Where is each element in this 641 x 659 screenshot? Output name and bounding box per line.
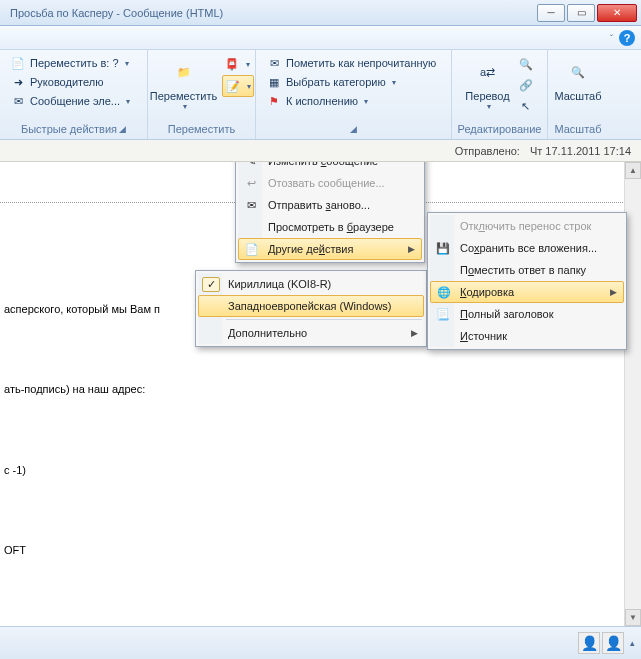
- find-icon: 🔍: [518, 56, 534, 72]
- dialog-launcher-icon[interactable]: ◢: [350, 124, 357, 134]
- menu-item-resend[interactable]: ✉ Отправить заново...: [238, 194, 422, 216]
- actions-icon: 📝: [225, 78, 241, 94]
- envelope-icon: ✉: [266, 55, 282, 71]
- scroll-up-button[interactable]: ▲: [625, 162, 641, 179]
- menu-item-cyrillic[interactable]: ✓ Кириллица (KOI8-R): [198, 273, 424, 295]
- menu-item-edit-message[interactable]: ✎ Изменить сообщение: [238, 162, 422, 172]
- people-pane-toggle-icon[interactable]: ▴: [630, 638, 635, 648]
- group-tags: ✉ Пометить как непрочитанную ▦ Выбрать к…: [256, 50, 452, 139]
- rules-button[interactable]: 📮▾: [222, 54, 254, 74]
- close-button[interactable]: ✕: [597, 4, 637, 22]
- other-actions-icon: 📄: [243, 243, 261, 256]
- group-move: 📁 Переместить ▾ 📮▾ 📝▾ Переместить: [148, 50, 256, 139]
- group-zoom: 🔍 Масштаб Масштаб: [548, 50, 608, 139]
- folder-icon: 📁: [168, 56, 200, 88]
- zoom-icon: 🔍: [562, 56, 594, 88]
- save-attachments-icon: 💾: [434, 242, 452, 255]
- menu-item-other-actions[interactable]: 📄 Другие действия ▶: [238, 238, 422, 260]
- quick-action-to-manager[interactable]: ➜ Руководителю: [6, 73, 141, 91]
- chevron-down-icon: ▾: [487, 102, 491, 111]
- menu-item-save-attachments[interactable]: 💾 Сохранить все вложения...: [430, 237, 624, 259]
- header-icon: 📃: [434, 308, 452, 321]
- label: Выбрать категорию: [286, 76, 386, 88]
- group-label: Переместить: [154, 121, 249, 137]
- related-button[interactable]: 🔗: [516, 75, 536, 95]
- people-pane-avatar[interactable]: 👤: [578, 632, 600, 654]
- encoding-menu: ✓ Кириллица (KOI8-R) Западноевропейская …: [195, 270, 427, 347]
- quick-action-label: Переместить в: ?: [30, 57, 119, 69]
- submenu-arrow-icon: ▶: [411, 328, 418, 338]
- recall-icon: ↩: [242, 177, 260, 190]
- chevron-down-icon: ▾: [392, 78, 396, 87]
- ribbon: 📄 Переместить в: ? ▾ ➜ Руководителю ✉ Со…: [0, 50, 641, 140]
- submenu-arrow-icon: ▶: [610, 287, 617, 297]
- quick-action-team-email[interactable]: ✉ Сообщение эле... ▾: [6, 92, 141, 110]
- move-to-icon: 📄: [10, 55, 26, 71]
- help-icon[interactable]: ?: [619, 30, 635, 46]
- submenu-arrow-icon: ▶: [408, 244, 415, 254]
- quick-action-label: Руководителю: [30, 76, 103, 88]
- chevron-down-icon: ▾: [126, 97, 130, 106]
- group-label: Редактирование: [458, 121, 541, 137]
- zoom-button[interactable]: 🔍 Масштаб: [553, 54, 603, 104]
- actions-dropdown-button[interactable]: 📝▾: [222, 75, 254, 97]
- maximize-button[interactable]: ▭: [567, 4, 595, 22]
- find-button[interactable]: 🔍: [516, 54, 536, 74]
- group-editing: a⇄ Перевод ▾ 🔍 🔗 ↖ Редактирование: [452, 50, 548, 139]
- mark-unread-button[interactable]: ✉ Пометить как непрочитанную: [262, 54, 445, 72]
- followup-button[interactable]: ⚑ К исполнению ▾: [262, 92, 445, 110]
- group-label: ◢: [262, 121, 445, 137]
- edit-icon: ✎: [242, 162, 260, 168]
- menu-item-put-reply[interactable]: Поместить ответ в папку: [430, 259, 624, 281]
- group-label: Масштаб: [554, 121, 602, 137]
- pointer-icon: ↖: [518, 98, 534, 114]
- move-button[interactable]: 📁 Переместить ▾: [150, 54, 218, 113]
- menu-item-view-browser[interactable]: Просмотреть в браузере: [238, 216, 422, 238]
- category-icon: ▦: [266, 74, 282, 90]
- other-actions-menu: Отключить перенос строк 💾 Сохранить все …: [427, 212, 627, 350]
- email-icon: ✉: [10, 93, 26, 109]
- chevron-down-icon: ▾: [183, 102, 187, 111]
- ribbon-toggle-icon[interactable]: ˇ: [610, 33, 613, 43]
- menu-item-encoding[interactable]: 🌐 Кодировка ▶: [430, 281, 624, 303]
- label: К исполнению: [286, 95, 358, 107]
- status-bar: 👤 👤 ▴: [0, 626, 641, 659]
- window-title: Просьба по Касперу - Сообщение (HTML): [4, 7, 535, 19]
- check-icon: ✓: [202, 277, 220, 292]
- message-body-area: асперского, который мы Вам п ать-подпись…: [0, 162, 641, 626]
- flag-icon: ⚑: [266, 93, 282, 109]
- menu-item-source[interactable]: Источник: [430, 325, 624, 347]
- chevron-down-icon: ▾: [125, 59, 129, 68]
- forward-icon: ➜: [10, 74, 26, 90]
- translate-icon: a⇄: [472, 56, 504, 88]
- encoding-icon: 🌐: [435, 286, 453, 299]
- window-buttons: ─ ▭ ✕: [535, 4, 637, 22]
- rules-icon: 📮: [224, 56, 240, 72]
- sent-value: Чт 17.11.2011 17:14: [530, 145, 631, 157]
- info-bar: Отправлено: Чт 17.11.2011 17:14: [0, 140, 641, 162]
- scroll-down-button[interactable]: ▼: [625, 609, 641, 626]
- menu-item-full-header[interactable]: 📃 Полный заголовок: [430, 303, 624, 325]
- sent-label: Отправлено:: [455, 145, 520, 157]
- quick-action-move-to[interactable]: 📄 Переместить в: ? ▾: [6, 54, 141, 72]
- people-pane-avatar[interactable]: 👤: [602, 632, 624, 654]
- label: Пометить как непрочитанную: [286, 57, 436, 69]
- group-label: Быстрые действия ◢: [6, 121, 141, 137]
- quick-access-bar: ˇ ?: [0, 26, 641, 50]
- group-quick-actions: 📄 Переместить в: ? ▾ ➜ Руководителю ✉ Со…: [0, 50, 148, 139]
- related-icon: 🔗: [518, 77, 534, 93]
- title-bar: Просьба по Касперу - Сообщение (HTML) ─ …: [0, 0, 641, 26]
- menu-item-western[interactable]: Западноевропейская (Windows): [198, 295, 424, 317]
- menu-item-more-encodings[interactable]: Дополнительно ▶: [198, 322, 424, 344]
- select-button[interactable]: ↖: [516, 96, 536, 116]
- minimize-button[interactable]: ─: [537, 4, 565, 22]
- menu-item-recall: ↩ Отозвать сообщение...: [238, 172, 422, 194]
- chevron-down-icon: ▾: [364, 97, 368, 106]
- dialog-launcher-icon[interactable]: ◢: [119, 124, 126, 134]
- actions-menu: ✎ Изменить сообщение ↩ Отозвать сообщени…: [235, 162, 425, 263]
- menu-item-disable-wrap: Отключить перенос строк: [430, 215, 624, 237]
- quick-action-label: Сообщение эле...: [30, 95, 120, 107]
- translate-button[interactable]: a⇄ Перевод ▾: [464, 54, 512, 113]
- categorize-button[interactable]: ▦ Выбрать категорию ▾: [262, 73, 445, 91]
- resend-icon: ✉: [242, 199, 260, 212]
